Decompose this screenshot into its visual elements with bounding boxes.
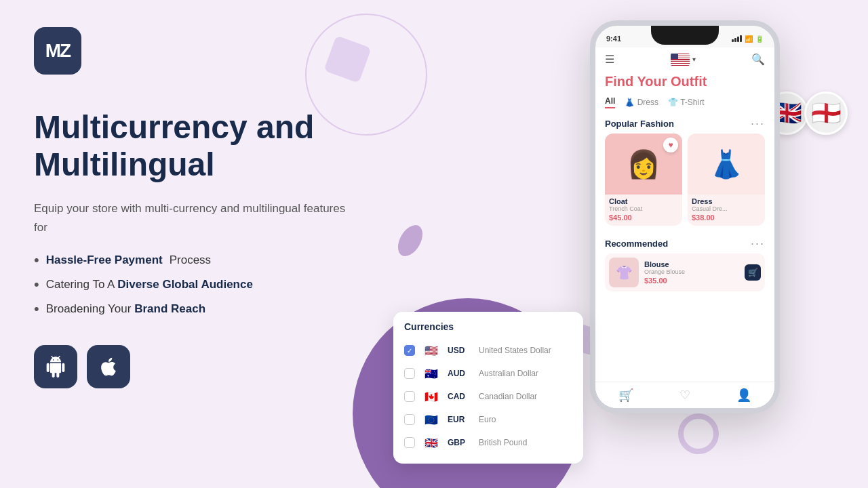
feature-item-2: Catering To A Diverse Global Audience [34,276,434,293]
currency-code-eur: EUR [448,415,472,424]
phone-time: 9:41 [606,35,621,43]
us-flag-sm [671,54,690,66]
more-options-icon-2[interactable]: ··· [751,237,765,251]
bottom-nav: 🛒 ♡ 👤 [595,382,774,408]
phone-frame: 9:41 📶 🔋 ☰ ▾ 🔍 [590,20,780,413]
product-price-1: $45.00 [609,214,678,222]
bg-decoration-ring2 [678,413,719,454]
currency-item-gbp[interactable]: 🇬🇧 GBP British Pound [393,431,583,454]
tab-dress[interactable]: 👗 Dress [625,98,658,107]
subtitle: Equip your store with multi-currency and… [34,199,359,236]
phone-notch [651,26,719,45]
product-card-2[interactable]: 👗 Dress Casual Dre... $38.00 [688,134,765,226]
feature-bold-2: Diverse Global Audience [117,278,253,291]
chevron-down-icon: ▾ [692,56,696,63]
wifi-icon: 📶 [745,35,753,43]
language-selector[interactable]: ▾ [671,54,696,66]
main-title: Multicurrency and Multilingual [34,108,434,183]
add-to-cart-button[interactable]: 🛒 [745,264,761,281]
product-name-1: Cloat [609,197,678,205]
currency-check-gbp [404,437,415,448]
currency-flag-aud: 🇦🇺 [422,367,441,380]
product-name-blouse: Blouse [644,260,685,268]
wishlist-button-1[interactable]: ♥ [663,138,678,152]
currency-flag-gbp: 🇬🇧 [422,436,441,449]
product-price-blouse: $35.00 [644,277,685,285]
nav-cart-icon[interactable]: 🛒 [618,388,633,403]
app-buttons [34,345,434,388]
currency-check-aud [404,368,415,379]
currency-check-cad [404,391,415,402]
recommended-products-row: 👚 Blouse Orange Blouse $35.00 🛒 [595,253,774,291]
popular-section-header: Popular Fashion ··· [595,111,774,134]
currency-code-usd: USD [448,346,472,355]
currency-item-eur[interactable]: 🇪🇺 EUR Euro [393,408,583,431]
currency-flag-cad: 🇨🇦 [422,390,441,403]
popular-products-row: 👩 ♥ Cloat Trench Coat $45.00 👗 Dress [595,134,774,226]
currency-check-eur [404,414,415,425]
category-tabs: All 👗 Dress 👕 T-Shirt [595,94,774,111]
product-info-blouse: Blouse Orange Blouse $35.00 [644,260,685,285]
product-sub-blouse: Orange Blouse [644,268,685,275]
currency-flag-usd: 🇺🇸 [422,344,441,357]
currency-code-gbp: GBP [448,438,472,447]
menu-icon[interactable]: ☰ [605,53,614,66]
product-image-2: 👗 [688,134,765,195]
currencies-popup: Currencies ✓ 🇺🇸 USD United States Dollar… [393,312,583,464]
currency-name-aud: Australian Dollar [479,369,538,378]
phone-mockup: 9:41 📶 🔋 ☰ ▾ 🔍 [590,20,780,413]
product-price-2: $38.00 [692,214,761,222]
flag-en: 🏴󠁧󠁢󠁥󠁮󠁧󠁿 [804,92,848,135]
product-sub-1: Trench Coat [609,205,678,212]
android-button[interactable] [34,345,77,388]
signal-icon [732,35,742,42]
recommended-section-header: Recommended ··· [595,231,774,253]
feature-bold-1: Hassle-Free Payment [46,253,163,267]
currency-name-usd: United States Dollar [479,346,551,355]
product-card-1[interactable]: 👩 ♥ Cloat Trench Coat $45.00 [605,134,682,226]
status-icons: 📶 🔋 [732,35,764,43]
find-outfit-title: Find Your Outfit [595,71,774,94]
android-icon [45,356,66,378]
currency-name-gbp: British Pound [479,438,527,447]
tab-tshirt[interactable]: 👕 T-Shirt [668,98,704,107]
currencies-title: Currencies [393,321,583,339]
nav-profile-icon[interactable]: 👤 [736,388,751,403]
currency-code-cad: CAD [448,392,472,401]
currency-code-aud: AUD [448,369,472,378]
currency-check-usd: ✓ [404,345,415,356]
ios-button[interactable] [87,345,130,388]
features-list: Hassle-Free Payment Process Catering To … [34,251,434,318]
apple-icon [98,356,119,378]
currency-item-usd[interactable]: ✓ 🇺🇸 USD United States Dollar [393,339,583,362]
feature-bold-3: Brand Reach [134,302,205,315]
more-options-icon[interactable]: ··· [751,117,765,131]
search-icon[interactable]: 🔍 [751,53,765,66]
tab-all[interactable]: All [605,96,615,108]
product-card-blouse[interactable]: 👚 Blouse Orange Blouse $35.00 🛒 [605,253,765,291]
currency-item-cad[interactable]: 🇨🇦 CAD Canadian Dollar [393,385,583,408]
product-info-1: Cloat Trench Coat $45.00 [605,195,682,226]
product-sub-2: Casual Dre... [692,205,761,212]
currency-flag-eur: 🇪🇺 [422,413,441,426]
phone-screen: ☰ ▾ 🔍 Find Your Outfit All 👗 Dress 👕 T-S… [595,47,774,408]
feature-item-3: Broadening Your Brand Reach [34,300,434,318]
popular-section-title: Popular Fashion [605,119,674,129]
left-content: Multicurrency and Multilingual Equip you… [34,108,434,388]
currency-item-aud[interactable]: 🇦🇺 AUD Australian Dollar [393,362,583,385]
currency-name-eur: Euro [479,415,496,424]
product-info-2: Dress Casual Dre... $38.00 [688,195,765,226]
logo-text: MZ [45,40,70,62]
product-name-2: Dress [692,197,761,205]
logo: MZ [34,27,81,75]
currency-name-cad: Canadian Dollar [479,392,537,401]
battery-icon: 🔋 [755,35,764,43]
nav-wishlist-icon[interactable]: ♡ [679,388,690,403]
feature-item-1: Hassle-Free Payment Process [34,251,434,269]
phone-header: ☰ ▾ 🔍 [595,47,774,71]
recommended-section-title: Recommended [605,239,668,249]
product-image-blouse: 👚 [609,258,639,287]
